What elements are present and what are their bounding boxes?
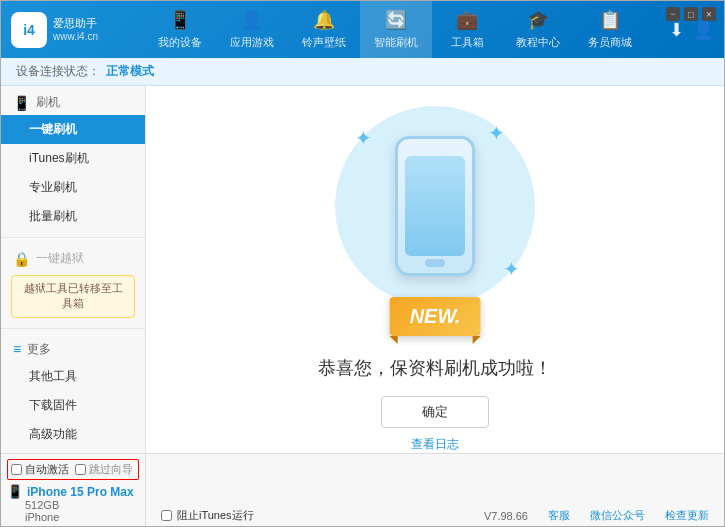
status-bar: 设备连接状态： 正常模式 (1, 58, 724, 86)
sidebar-item-batch-flash[interactable]: 批量刷机 (1, 202, 145, 231)
sidebar-warning: 越狱工具已转移至工具箱 (11, 275, 135, 318)
jailbreak-label: 一键越狱 (36, 250, 84, 267)
sidebar-more-header: ≡ 更多 (1, 335, 145, 362)
ringtone-icon: 🔔 (313, 9, 335, 31)
success-message: 恭喜您，保资料刷机成功啦！ (318, 356, 552, 380)
ribbon-text: NEW. (410, 305, 461, 327)
status-label: 设备连接状态： (16, 63, 100, 80)
link-customer-service[interactable]: 客服 (548, 508, 570, 523)
phone-body (395, 136, 475, 276)
phone-icon: 📱 (169, 9, 191, 31)
service-icon: 📋 (599, 9, 621, 31)
nav-service[interactable]: 📋 务员商城 (574, 1, 646, 58)
sidebar-section-more: ≡ 更多 其他工具 下载固件 高级功能 (1, 333, 145, 451)
circle-background: ✦ ✦ ✦ (335, 106, 535, 306)
user-button[interactable]: 👤 (692, 19, 714, 41)
phone-home-button (425, 259, 445, 267)
close-button[interactable]: × (702, 7, 716, 21)
flash-section-label: 刷机 (36, 94, 60, 111)
footer-right: V7.98.66 客服 微信公众号 检查更新 (484, 508, 709, 523)
nav-tutorial[interactable]: 🎓 教程中心 (502, 1, 574, 58)
main-nav: 📱 我的设备 👤 应用游戏 🔔 铃声壁纸 🔄 智能刷机 💼 工具箱 🎓 (121, 1, 669, 58)
flash-icon: 🔄 (385, 9, 407, 31)
lock-icon: 🔒 (13, 251, 30, 267)
window-controls: － □ × (666, 7, 716, 21)
download-button[interactable]: ⬇ (669, 19, 684, 41)
device-type: iPhone (7, 511, 139, 523)
app-logo: i4 爱思助手 www.i4.cn (11, 12, 121, 48)
nav-my-device[interactable]: 📱 我的设备 (144, 1, 216, 58)
app-subtitle: www.i4.cn (53, 30, 98, 43)
device-options-row: 自动激活 跳过向导 (7, 459, 139, 480)
new-ribbon: NEW. (390, 297, 481, 336)
skip-guide-input[interactable] (75, 464, 86, 475)
maximize-button[interactable]: □ (684, 7, 698, 21)
itunes-label: 阻止iTunes运行 (177, 508, 254, 523)
auto-activate-label: 自动激活 (25, 462, 69, 477)
sidebar-divider-2 (1, 328, 145, 329)
device-type-icon: 📱 (7, 484, 23, 499)
apps-icon: 👤 (241, 9, 263, 31)
minimize-button[interactable]: － (666, 7, 680, 21)
main-area: 📱 刷机 一键刷机 iTunes刷机 专业刷机 批量刷机 🔒 一键越狱 越狱工具… (1, 86, 724, 453)
skip-guide-checkbox[interactable]: 跳过向导 (75, 462, 133, 477)
sidebar-section-flash: 📱 刷机 一键刷机 iTunes刷机 专业刷机 批量刷机 (1, 86, 145, 233)
sidebar-flash-header: 📱 刷机 (1, 88, 145, 115)
itunes-checkbox[interactable] (161, 510, 172, 521)
auto-activate-input[interactable] (11, 464, 22, 475)
sidebar-item-download-firmware[interactable]: 下载固件 (1, 391, 145, 420)
logo-icon: i4 (11, 12, 47, 48)
more-label: 更多 (27, 341, 51, 358)
sparkle-bottom-right: ✦ (503, 257, 520, 281)
status-value: 正常模式 (106, 63, 154, 80)
auto-activate-checkbox[interactable]: 自动激活 (11, 462, 69, 477)
tutorial-icon: 🎓 (527, 9, 549, 31)
sidebar-item-one-key-flash[interactable]: 一键刷机 (1, 115, 145, 144)
device-name: iPhone 15 Pro Max (27, 485, 134, 499)
device-panel: 自动激活 跳过向导 📱 iPhone 15 Pro Max 512GB iPho… (1, 454, 146, 527)
phone-illustration: ✦ ✦ ✦ NEW. (305, 86, 565, 326)
version-label: V7.98.66 (484, 510, 528, 522)
flash-section-icon: 📱 (13, 95, 30, 111)
sidebar-section-jailbreak: 🔒 一键越狱 越狱工具已转移至工具箱 (1, 242, 145, 324)
phone-screen (405, 156, 465, 256)
more-icon: ≡ (13, 341, 21, 357)
sidebar: 📱 刷机 一键刷机 iTunes刷机 专业刷机 批量刷机 🔒 一键越狱 越狱工具… (1, 86, 146, 453)
sidebar-item-pro-flash[interactable]: 专业刷机 (1, 173, 145, 202)
bottom-section: 自动激活 跳过向导 📱 iPhone 15 Pro Max 512GB iPho… (1, 453, 724, 527)
nav-ringtones[interactable]: 🔔 铃声壁纸 (288, 1, 360, 58)
nav-apps-games[interactable]: 👤 应用游戏 (216, 1, 288, 58)
confirm-button[interactable]: 确定 (381, 396, 489, 428)
device-name-row: 📱 iPhone 15 Pro Max (7, 484, 139, 499)
itunes-block: 阻止iTunes运行 (161, 508, 254, 523)
sparkle-top-left: ✦ (355, 126, 372, 150)
content-area: ✦ ✦ ✦ NEW. 恭喜您，保资料刷机成功啦！ 确定 查看日志 (146, 86, 724, 453)
sparkle-top-right: ✦ (488, 121, 505, 145)
toolbox-icon: 💼 (456, 9, 478, 31)
log-link[interactable]: 查看日志 (411, 436, 459, 453)
skip-guide-label: 跳过向导 (89, 462, 133, 477)
sidebar-item-itunes-flash[interactable]: iTunes刷机 (1, 144, 145, 173)
link-check-update[interactable]: 检查更新 (665, 508, 709, 523)
sidebar-item-advanced[interactable]: 高级功能 (1, 420, 145, 449)
nav-toolbox[interactable]: 💼 工具箱 (432, 1, 502, 58)
header-actions: ⬇ 👤 (669, 19, 714, 41)
sidebar-jailbreak-header: 🔒 一键越狱 (1, 244, 145, 271)
sidebar-item-other-tools[interactable]: 其他工具 (1, 362, 145, 391)
sidebar-divider-1 (1, 237, 145, 238)
status-panel: 阻止iTunes运行 V7.98.66 客服 微信公众号 检查更新 (146, 454, 724, 527)
device-storage: 512GB (7, 499, 139, 511)
nav-smart-flash[interactable]: 🔄 智能刷机 (360, 1, 432, 58)
link-wechat[interactable]: 微信公众号 (590, 508, 645, 523)
app-title: 爱思助手 (53, 16, 98, 30)
